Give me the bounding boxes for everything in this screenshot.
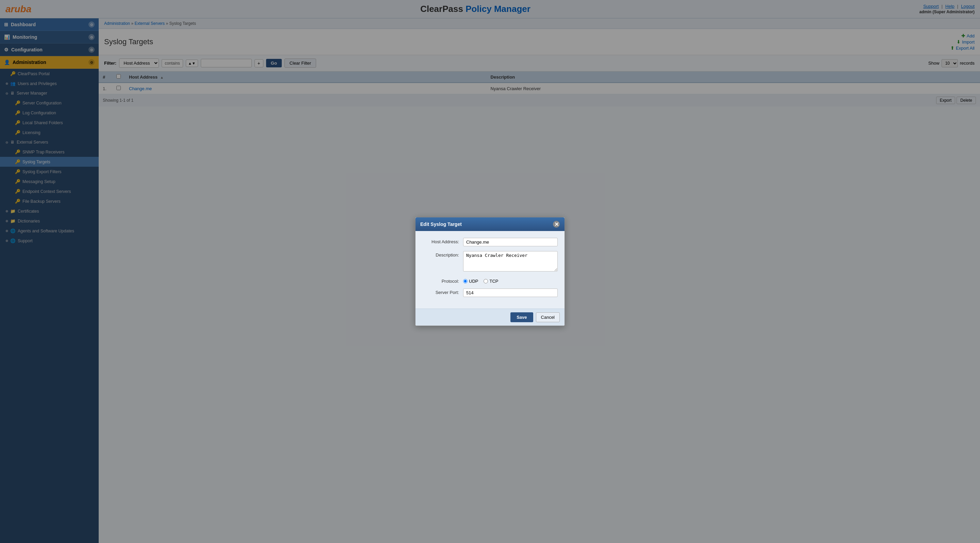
edit-syslog-modal: Edit Syslog Target ✕ Host Address: Descr… xyxy=(415,217,565,326)
host-field xyxy=(463,238,558,246)
host-address-row: Host Address: xyxy=(422,238,558,246)
port-input[interactable] xyxy=(463,289,558,297)
desc-field: Nyansa Crawler Receiver xyxy=(463,251,558,273)
protocol-label: Protocol: xyxy=(422,277,463,284)
protocol-row: Protocol: UDP TCP xyxy=(422,277,558,284)
modal-title: Edit Syslog Target xyxy=(420,221,462,227)
desc-textarea[interactable]: Nyansa Crawler Receiver xyxy=(463,251,558,272)
port-label: Server Port: xyxy=(422,289,463,295)
tcp-option[interactable]: TCP xyxy=(484,279,498,284)
udp-option[interactable]: UDP xyxy=(463,279,478,284)
modal-header: Edit Syslog Target ✕ xyxy=(415,218,565,231)
description-row: Description: Nyansa Crawler Receiver xyxy=(422,251,558,273)
tcp-radio[interactable] xyxy=(484,279,488,283)
cancel-button[interactable]: Cancel xyxy=(536,312,560,322)
modal-footer: Save Cancel xyxy=(415,309,565,325)
host-label: Host Address: xyxy=(422,238,463,244)
host-input[interactable] xyxy=(463,238,558,246)
port-field xyxy=(463,289,558,297)
modal-body: Host Address: Description: Nyansa Crawle… xyxy=(415,231,565,309)
udp-radio[interactable] xyxy=(463,279,468,283)
protocol-field: UDP TCP xyxy=(463,277,558,284)
modal-close-button[interactable]: ✕ xyxy=(553,221,560,228)
modal-overlay: Edit Syslog Target ✕ Host Address: Descr… xyxy=(0,0,980,543)
protocol-radio-group: UDP TCP xyxy=(463,277,558,284)
save-button[interactable]: Save xyxy=(511,312,533,322)
desc-label: Description: xyxy=(422,251,463,257)
port-row: Server Port: xyxy=(422,289,558,297)
